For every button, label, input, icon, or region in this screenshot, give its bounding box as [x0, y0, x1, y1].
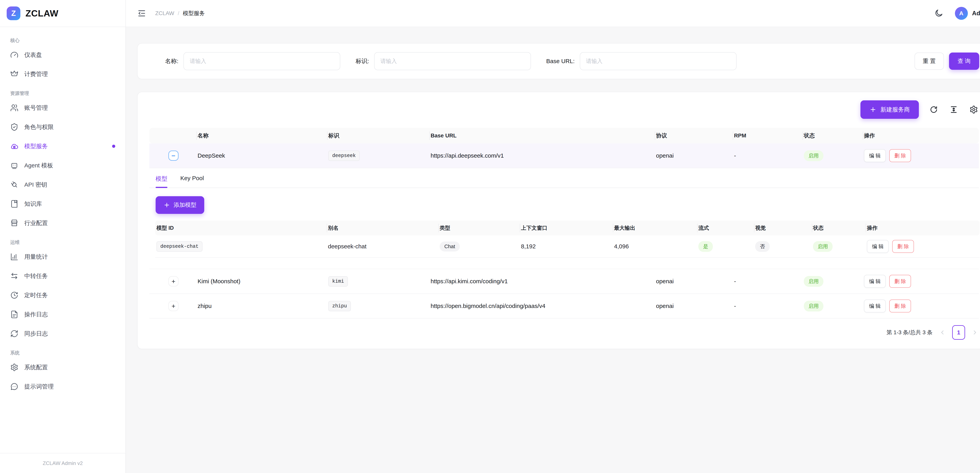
- sidebar-item-dashboard[interactable]: 仪表盘: [5, 47, 120, 63]
- create-provider-button[interactable]: 新建服务商: [861, 100, 919, 119]
- sidebar-item-agent-templates[interactable]: Agent 模板: [5, 157, 120, 174]
- sidebar-item-label: 用量统计: [24, 253, 48, 261]
- model-max-output: 4,096: [613, 243, 697, 250]
- breadcrumb-current: 模型服务: [183, 10, 205, 17]
- sidebar-item-operation-logs[interactable]: 操作日志: [5, 306, 120, 323]
- status-badge: 启用: [804, 276, 823, 287]
- add-model-button[interactable]: 添加模型: [156, 196, 204, 214]
- sidebar-item-accounts[interactable]: 账号管理: [5, 100, 120, 116]
- active-dot: [112, 145, 115, 148]
- slug-filter-input[interactable]: [374, 52, 531, 70]
- file-text-icon: [10, 310, 18, 319]
- sidebar-item-billing[interactable]: 计费管理: [5, 66, 120, 82]
- filter-base-url-group: Base URL:: [546, 52, 737, 70]
- sidebar-item-label: 同步日志: [24, 330, 48, 338]
- provider-protocol: openai: [655, 278, 733, 285]
- sidebar-item-model-services[interactable]: 模型服务: [5, 138, 120, 154]
- edit-button[interactable]: 编 辑: [864, 299, 886, 312]
- sidebar-item-label: 中转任务: [24, 272, 48, 280]
- sidebar: Z ZCLAW 核心 仪表盘 计费管理 资源管理 账号管理: [0, 0, 126, 473]
- menu-fold-icon[interactable]: [137, 8, 148, 19]
- column-height-icon[interactable]: [950, 105, 959, 114]
- swap-icon: [10, 272, 18, 280]
- filter-slug-group: 标识:: [356, 52, 531, 70]
- sidebar-item-sync-logs[interactable]: 同步日志: [5, 325, 120, 342]
- add-model-label: 添加模型: [173, 201, 196, 209]
- plus-icon: [869, 106, 877, 113]
- col-vision: 视觉: [754, 221, 812, 236]
- nav-section-system: 系统: [5, 345, 120, 359]
- breadcrumb-root[interactable]: ZCLAW: [155, 10, 174, 16]
- collapse-row-button[interactable]: −: [169, 151, 178, 161]
- refresh-icon[interactable]: [929, 105, 939, 114]
- tab-models[interactable]: 模型: [156, 175, 167, 188]
- model-context: 8,192: [520, 243, 613, 250]
- clock-icon: [10, 291, 18, 299]
- filter-name-group: 名称:: [165, 52, 340, 70]
- provider-name: zhipu: [196, 303, 327, 309]
- pagination-summary: 第 1-3 条/总共 3 条: [886, 329, 932, 336]
- page-number-button[interactable]: 1: [952, 325, 965, 340]
- bar-chart-icon: [10, 253, 18, 261]
- sidebar-item-industry-config[interactable]: 行业配置: [5, 215, 120, 231]
- tab-key-pool[interactable]: Key Pool: [180, 175, 204, 188]
- provider-rpm: -: [733, 278, 803, 285]
- model-type-badge: Chat: [440, 242, 460, 252]
- name-filter-input[interactable]: [183, 52, 340, 70]
- expand-row-button[interactable]: +: [169, 301, 178, 311]
- col-expand: [150, 128, 196, 143]
- delete-button[interactable]: 删 除: [889, 275, 911, 288]
- sidebar-item-api-keys[interactable]: API 密钥: [5, 177, 120, 193]
- sidebar-item-knowledge-base[interactable]: 知识库: [5, 196, 120, 212]
- col-slug: 标识: [327, 128, 430, 143]
- brand[interactable]: Z ZCLAW: [0, 0, 126, 27]
- provider-base-url: https://open.bigmodel.cn/api/coding/paas…: [430, 303, 655, 309]
- model-id-tag: deepseek-chat: [156, 241, 202, 252]
- table-toolbar: 新建服务商: [150, 100, 979, 119]
- col-stream: 流式: [697, 221, 754, 236]
- breadcrumb: ZCLAW / 模型服务: [155, 10, 205, 17]
- sidebar-item-prompt-management[interactable]: 提示词管理: [5, 378, 120, 395]
- providers-card: 新建服务商 名称 标识 Base URL 协议 RPM: [137, 92, 980, 349]
- sidebar-item-roles[interactable]: 角色与权限: [5, 119, 120, 135]
- expand-row-button[interactable]: +: [169, 276, 178, 287]
- search-button[interactable]: 查 询: [949, 53, 979, 70]
- chevron-right-icon[interactable]: [971, 328, 979, 336]
- shield-check-icon: [10, 123, 18, 131]
- sidebar-item-label: Agent 模板: [24, 161, 53, 170]
- table-row-kimi: + Kimi (Moonshot) kimi https://api.kimi.…: [150, 269, 979, 294]
- delete-button[interactable]: 删 除: [889, 149, 911, 162]
- sidebar-item-relay-tasks[interactable]: 中转任务: [5, 268, 120, 284]
- edit-button[interactable]: 编 辑: [864, 149, 886, 162]
- col-alias: 别名: [327, 221, 439, 236]
- provider-rpm: -: [733, 152, 803, 159]
- sidebar-footer: ZCLAW Admin v2: [0, 453, 126, 473]
- col-rpm: RPM: [733, 128, 803, 143]
- sidebar-item-label: 计费管理: [24, 70, 48, 78]
- delete-button[interactable]: 删 除: [889, 299, 911, 312]
- base-url-filter-input[interactable]: [580, 52, 737, 70]
- provider-name: DeepSeek: [196, 152, 327, 159]
- user-menu[interactable]: A Admin: [955, 7, 980, 20]
- sidebar-item-usage-stats[interactable]: 用量统计: [5, 248, 120, 265]
- edit-button[interactable]: 编 辑: [867, 240, 889, 253]
- nav-section-resources: 资源管理: [5, 85, 120, 100]
- filter-card: 名称: 标识: Base URL: 重 置 查 询: [137, 43, 980, 79]
- message-icon: [10, 382, 18, 391]
- moon-icon[interactable]: [934, 8, 944, 18]
- delete-button[interactable]: 删 除: [892, 240, 914, 253]
- col-protocol: 协议: [655, 128, 733, 143]
- chevron-left-icon[interactable]: [939, 328, 946, 336]
- col-name: 名称: [196, 128, 327, 143]
- sidebar-item-label: 系统配置: [24, 363, 48, 371]
- edit-button[interactable]: 编 辑: [864, 275, 886, 288]
- main-area: ZCLAW / 模型服务 A Admin 名称: 标识:: [126, 0, 980, 473]
- sidebar-item-system-config[interactable]: 系统配置: [5, 359, 120, 376]
- vision-badge: 否: [755, 241, 770, 252]
- sidebar-item-scheduled-tasks[interactable]: 定时任务: [5, 287, 120, 303]
- reset-button[interactable]: 重 置: [915, 53, 944, 70]
- provider-base-url: https://api.kimi.com/coding/v1: [430, 278, 655, 285]
- table-settings-gear-icon[interactable]: [969, 105, 979, 114]
- base-url-filter-label: Base URL:: [546, 58, 575, 64]
- brand-logo-letter: Z: [11, 9, 16, 18]
